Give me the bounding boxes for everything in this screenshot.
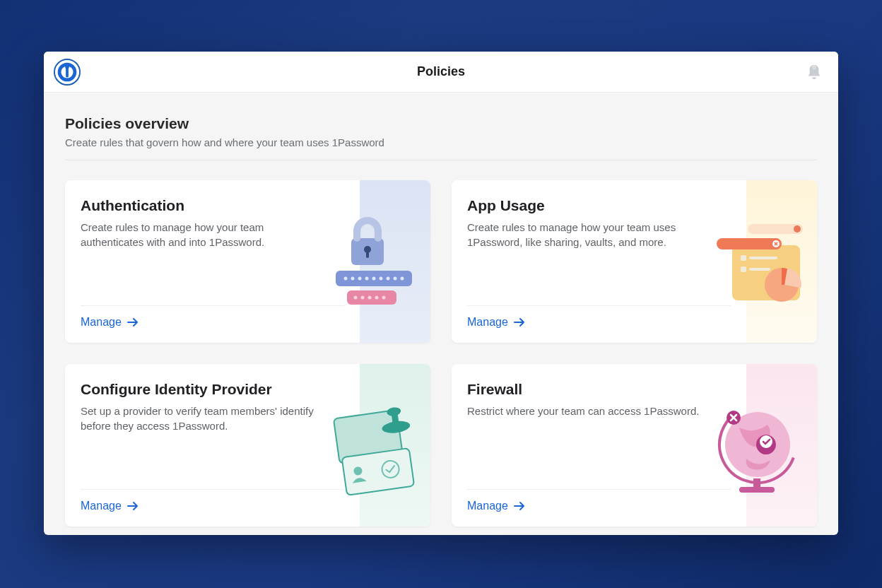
card-authentication[interactable]: Authentication Create rules to manage ho… — [65, 180, 430, 343]
svg-point-20 — [361, 296, 365, 300]
titlebar: Policies 0 — [44, 52, 838, 93]
manage-label: Manage — [81, 316, 122, 329]
svg-rect-28 — [749, 257, 777, 259]
svg-point-33 — [765, 268, 799, 302]
svg-rect-41 — [753, 478, 760, 488]
svg-point-13 — [372, 277, 376, 281]
card-divider — [467, 489, 731, 490]
overview-divider — [65, 160, 817, 160]
overview-title: Policies overview — [65, 115, 817, 132]
card-identity-provider[interactable]: Configure Identity Provider Set up a pro… — [65, 364, 430, 527]
card-desc: Create rules to manage how your team aut… — [81, 220, 314, 249]
manage-firewall-link[interactable]: Manage — [467, 500, 731, 512]
arrow-right-icon — [127, 501, 139, 511]
svg-point-32 — [772, 240, 780, 247]
page-title: Policies — [417, 64, 465, 79]
svg-point-14 — [380, 277, 383, 281]
svg-point-23 — [382, 296, 386, 300]
identity-provider-illustration — [360, 364, 430, 527]
card-desc: Restrict where your team can access 1Pas… — [467, 404, 700, 418]
svg-point-6 — [364, 246, 371, 253]
app-logo-icon — [54, 59, 81, 86]
svg-point-21 — [368, 296, 372, 300]
content-area: Policies overview Create rules that gove… — [44, 93, 838, 535]
svg-point-25 — [794, 225, 801, 233]
policy-cards-grid: Authentication Create rules to manage ho… — [65, 180, 817, 527]
app-window: Policies 0 Policies overview Create rule… — [44, 52, 838, 535]
notifications-button[interactable]: 0 — [804, 61, 824, 84]
svg-point-15 — [387, 277, 390, 281]
svg-point-22 — [375, 296, 379, 300]
card-desc: Create rules to manage how your team use… — [467, 220, 700, 249]
svg-point-40 — [387, 406, 401, 417]
manage-label: Manage — [467, 500, 508, 512]
arrow-right-icon — [127, 317, 139, 327]
card-body: Firewall Restrict where your team can ac… — [452, 364, 746, 527]
card-body: App Usage Create rules to manage how you… — [452, 180, 746, 343]
notification-count-badge: 0 — [813, 64, 816, 71]
svg-point-17 — [401, 277, 404, 281]
manage-app-usage-link[interactable]: Manage — [467, 316, 731, 329]
card-divider — [81, 489, 344, 490]
svg-point-45 — [760, 435, 772, 448]
card-app-usage[interactable]: App Usage Create rules to manage how you… — [452, 180, 817, 343]
arrow-right-icon — [514, 501, 525, 511]
svg-rect-7 — [366, 251, 369, 258]
svg-point-12 — [365, 277, 369, 281]
overview-subtitle: Create rules that govern how and where y… — [65, 136, 817, 148]
app-usage-illustration — [746, 180, 817, 343]
svg-rect-39 — [391, 411, 399, 429]
svg-point-4 — [65, 65, 69, 69]
manage-label: Manage — [467, 316, 508, 329]
svg-point-38 — [381, 420, 411, 435]
card-divider — [81, 305, 344, 306]
firewall-illustration — [746, 364, 817, 527]
card-title: Firewall — [467, 381, 731, 398]
card-firewall[interactable]: Firewall Restrict where your team can ac… — [452, 364, 817, 527]
card-title: Authentication — [81, 197, 344, 214]
manage-authentication-link[interactable]: Manage — [81, 316, 344, 329]
card-body: Configure Identity Provider Set up a pro… — [65, 364, 360, 527]
card-divider — [467, 305, 731, 306]
card-title: Configure Identity Provider — [81, 381, 344, 398]
authentication-illustration — [360, 180, 430, 343]
manage-label: Manage — [81, 500, 122, 512]
svg-rect-24 — [748, 224, 803, 234]
svg-point-37 — [381, 459, 400, 478]
svg-rect-30 — [749, 268, 770, 271]
manage-identity-provider-link[interactable]: Manage — [81, 500, 344, 512]
arrow-right-icon — [514, 317, 525, 327]
card-desc: Set up a provider to verify team members… — [81, 404, 314, 433]
card-title: App Usage — [467, 197, 731, 214]
card-body: Authentication Create rules to manage ho… — [65, 180, 360, 343]
svg-point-16 — [394, 277, 397, 281]
